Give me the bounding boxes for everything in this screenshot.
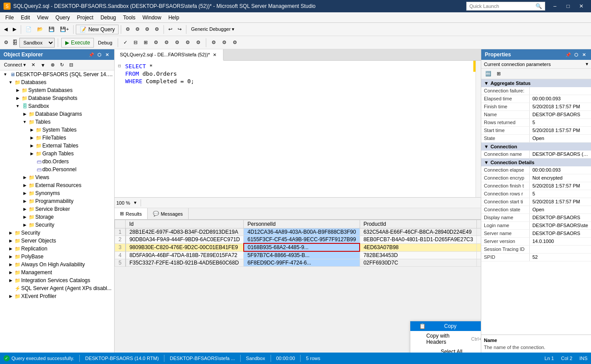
menu-window[interactable]: Window <box>139 14 165 22</box>
section-connection[interactable]: ▼ Connection <box>481 143 591 151</box>
oe-stop-button[interactable]: ⊗ <box>48 61 57 69</box>
save-button[interactable]: 💾 <box>46 25 57 33</box>
cell-prod-5[interactable]: 02FF6930D7C <box>360 259 477 267</box>
menu-debug[interactable]: Debug <box>97 14 119 22</box>
expand-service-broker[interactable]: ▶ <box>21 206 28 213</box>
oe-filter-button[interactable]: ▼ <box>38 61 48 69</box>
tb2-btn1[interactable]: ⚙ <box>2 38 11 47</box>
menu-project[interactable]: Project <box>74 14 97 22</box>
tree-item-service-broker[interactable]: ▶ 📁 Service Broker <box>0 205 114 213</box>
props-dropdown[interactable]: Current connection parameters ▾ <box>481 60 591 69</box>
expand-diagrams[interactable]: ▶ <box>21 110 28 118</box>
tb2-btn7[interactable]: ⚙ <box>173 38 182 47</box>
cell-pid-1[interactable]: 4D12CA36-4A89-403A-B00A-B9F888CB3F90 <box>244 228 360 236</box>
close-button[interactable]: ✕ <box>575 0 587 12</box>
tb1-btn3[interactable]: ⚙ <box>143 25 152 33</box>
expand-sys-db[interactable]: ▶ <box>14 87 21 94</box>
props-categories-button[interactable]: ⊞ <box>494 70 503 78</box>
tree-item-storage[interactable]: ▶ 📁 Storage <box>0 213 114 221</box>
tree-item-orders[interactable]: 🗃 dbo.Orders <box>0 158 114 165</box>
tb1-btn4[interactable]: ⚙ <box>152 25 161 33</box>
tree-item-server-objects[interactable]: ▶ 📁 Server Objects <box>0 237 114 245</box>
col-header-personnelid[interactable]: PersonnelId <box>244 220 360 228</box>
tb2-btn5[interactable]: ⚙ <box>152 38 160 47</box>
cell-id-3[interactable]: 9809B30E-C820-476E-9D2C-00C01EB41FE9 <box>126 243 244 251</box>
cell-prod-3[interactable]: 4ED63A07B98 <box>360 243 477 251</box>
expand-databases[interactable]: ▼ <box>7 79 14 86</box>
save-all-button[interactable]: 💾+ <box>58 25 71 33</box>
tree-item-sandbox[interactable]: ▼ 🗄 Sandbox <box>0 102 114 110</box>
query-tab[interactable]: SQLQuery2.sql - DE...FAORS\stefa (52))* … <box>115 49 223 61</box>
expand-graph-tables[interactable]: ▶ <box>28 150 35 157</box>
open-button[interactable]: 📂 <box>35 25 45 33</box>
tb1-btn1[interactable]: ⚙ <box>123 25 132 33</box>
expand-xevent[interactable]: ▶ <box>7 293 14 300</box>
expand-security-sb[interactable]: ▶ <box>21 221 28 228</box>
cell-pid-4[interactable]: 5F97B7C4-8866-4935-B... <box>244 251 360 259</box>
expand-tables[interactable]: ▼ <box>21 118 28 125</box>
menu-view[interactable]: View <box>33 14 52 22</box>
tb2-btn11[interactable]: ⚙ <box>220 38 229 47</box>
expand-programmability[interactable]: ▶ <box>21 198 28 205</box>
col-header-completed[interactable]: Completed <box>477 220 481 228</box>
tree-item-views[interactable]: ▶ 📁 Views <box>0 173 114 181</box>
expand-synonyms[interactable]: ▶ <box>21 190 28 197</box>
expand-snapshots[interactable]: ▶ <box>14 95 21 102</box>
cell-id-2[interactable]: 90DB0A34-F9A9-444F-9BD9-6AC0EEFC971D <box>126 236 244 244</box>
expand-server-objects[interactable]: ▶ <box>7 237 14 244</box>
execute-button[interactable]: ▶ Execute <box>61 38 94 48</box>
expand-integration[interactable]: ▶ <box>7 277 14 284</box>
cell-comp-3[interactable]: 0 <box>477 243 481 251</box>
tb1-btn2[interactable]: ⚙ <box>133 25 142 33</box>
menu-help[interactable]: Help <box>165 14 183 22</box>
tb2-btn12[interactable]: ⚙ <box>230 38 239 47</box>
tree-item-integration[interactable]: ▶ 📁 Integration Services Catalogs <box>0 276 114 284</box>
expand-views[interactable]: ▶ <box>21 174 28 181</box>
tb2-btn2[interactable]: ✓ <box>121 38 130 47</box>
cell-comp-4[interactable]: 0 <box>477 251 481 259</box>
props-pin-button[interactable]: 📌 <box>565 51 572 58</box>
connect-button[interactable]: Connect ▾ <box>2 61 28 69</box>
back-button[interactable]: ◀ <box>2 25 10 33</box>
section-conn-details[interactable]: ▼ Connection Details <box>481 158 591 166</box>
cell-prod-1[interactable]: 632C54A8-E66F-46CF-B8CA-28940D224E49 <box>360 228 477 236</box>
tb2-btn4[interactable]: ⊞ <box>141 38 150 47</box>
oe-pin-button[interactable]: 📌 <box>88 51 95 58</box>
cell-prod-2[interactable]: 8EB0FCB7-B4A0-4801-B1D1-D265FA9E27C3 <box>360 236 477 244</box>
results-tab-messages[interactable]: 💬 Messages <box>148 208 189 219</box>
cell-pid-2[interactable]: 6155F3CF-CF45-4A9B-9ECC-95F7F9127B99 <box>244 236 360 244</box>
tb2-btn8[interactable]: ⚙ <box>183 38 192 47</box>
tb2-btn3[interactable]: ⊟ <box>131 38 140 47</box>
debug-select-btn[interactable]: Generic Debugger ▾ <box>189 25 242 33</box>
tree-item-sql-agent[interactable]: ⚡ SQL Server Agent (Agent XPs disabl... <box>0 284 114 292</box>
results-content[interactable]: Id PersonnelId ProductId Completed 1 28B… <box>115 220 481 353</box>
tree-item-replication[interactable]: ▶ 📁 Replication <box>0 245 114 253</box>
oe-close-button[interactable]: ✕ <box>104 51 111 58</box>
cell-comp-5[interactable]: 0 <box>477 259 481 267</box>
props-sort-alpha-button[interactable]: 🔤 <box>483 70 494 78</box>
ctx-copy[interactable]: 📋 Copy Ctrl+C <box>410 321 481 331</box>
expand-file-tables[interactable]: ▶ <box>28 134 35 141</box>
cell-id-1[interactable]: 28B1E42E-697F-4D83-B34F-D2D8913DE19A <box>126 228 244 236</box>
cell-id-5[interactable]: F35C3327-F2FE-418D-921B-4AD5EB60C68D <box>126 259 244 267</box>
tree-item-snapshots[interactable]: ▶ 📁 Database Snapshots <box>0 94 114 102</box>
tree-item-xevent[interactable]: ▶ 📁 XEvent Profiler <box>0 292 114 300</box>
expand-ext-tables[interactable]: ▶ <box>28 142 35 149</box>
expand-storage[interactable]: ▶ <box>21 213 28 221</box>
ctx-copy-headers[interactable]: Copy with Headers Ctrl+Shift+C <box>410 331 481 347</box>
tree-item-graph-tables[interactable]: ▶ 📁 Graph Tables <box>0 150 114 158</box>
tb2-btn6[interactable]: ⚙ <box>162 38 171 47</box>
tree-item-management[interactable]: ▶ 📁 Management <box>0 268 114 276</box>
tree-item-databases[interactable]: ▼ 📁 Databases <box>0 78 114 86</box>
expand-alwayson[interactable]: ▶ <box>7 261 14 268</box>
menu-tools[interactable]: Tools <box>119 14 139 22</box>
tree-item-sys-db[interactable]: ▶ 📁 System Databases <box>0 86 114 94</box>
tree-item-alwayson[interactable]: ▶ 📁 Always On High Availability <box>0 261 114 268</box>
minimize-button[interactable]: – <box>549 0 561 12</box>
debug-button[interactable]: Debug <box>96 39 114 47</box>
menu-file[interactable]: File <box>2 14 17 22</box>
editor-scrollbar[interactable] <box>476 61 481 197</box>
tree-item-polybase[interactable]: ▶ 📁 PolyBase <box>0 253 114 261</box>
forward-button[interactable]: ▶ <box>11 25 19 33</box>
cell-comp-1[interactable]: 0 <box>477 228 481 236</box>
